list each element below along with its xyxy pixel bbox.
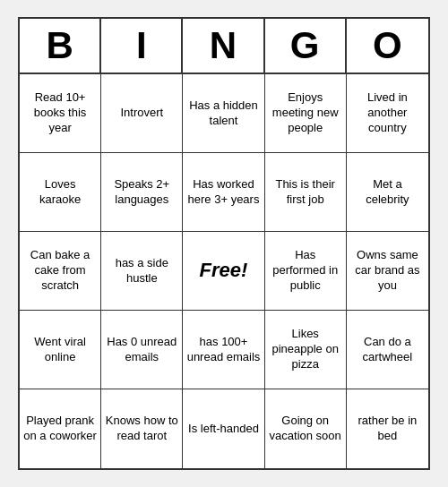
- header-letter-O: O: [347, 19, 428, 73]
- bingo-cell-11[interactable]: has a side hustle: [101, 232, 183, 311]
- bingo-cell-1[interactable]: Introvert: [101, 74, 183, 153]
- header-letter-N: N: [183, 19, 264, 73]
- header-letter-I: I: [101, 19, 183, 73]
- bingo-cell-24[interactable]: rather be in bed: [347, 389, 428, 468]
- bingo-cell-18[interactable]: Likes pineapple on pizza: [265, 311, 347, 389]
- bingo-cell-7[interactable]: Has worked here 3+ years: [183, 153, 264, 232]
- bingo-cell-19[interactable]: Can do a cartwheel: [347, 311, 428, 389]
- bingo-cell-4[interactable]: Lived in another country: [347, 74, 428, 153]
- bingo-cell-10[interactable]: Can bake a cake from scratch: [20, 232, 101, 311]
- bingo-cell-8[interactable]: This is their first job: [265, 153, 347, 232]
- bingo-cell-15[interactable]: Went viral online: [20, 311, 101, 389]
- bingo-cell-14[interactable]: Owns same car brand as you: [347, 232, 428, 311]
- bingo-cell-16[interactable]: Has 0 unread emails: [101, 311, 183, 389]
- bingo-cell-2[interactable]: Has a hidden talent: [183, 74, 264, 153]
- header-letter-G: G: [265, 19, 347, 73]
- bingo-cell-13[interactable]: Has performed in public: [265, 232, 347, 311]
- bingo-grid: Read 10+ books this yearIntrovertHas a h…: [20, 74, 428, 468]
- header-letter-B: B: [20, 19, 101, 73]
- bingo-cell-9[interactable]: Met a celebrity: [347, 153, 428, 232]
- bingo-cell-22[interactable]: Is left-handed: [183, 389, 264, 468]
- bingo-cell-20[interactable]: Played prank on a coworker: [20, 389, 101, 468]
- bingo-header: BINGO: [20, 19, 428, 74]
- bingo-cell-5[interactable]: Loves karaoke: [20, 153, 101, 232]
- bingo-cell-17[interactable]: has 100+ unread emails: [183, 311, 264, 389]
- bingo-cell-0[interactable]: Read 10+ books this year: [20, 74, 101, 153]
- bingo-cell-6[interactable]: Speaks 2+ languages: [101, 153, 183, 232]
- bingo-cell-23[interactable]: Going on vacation soon: [265, 389, 347, 468]
- bingo-cell-3[interactable]: Enjoys meeting new people: [265, 74, 347, 153]
- bingo-card: BINGO Read 10+ books this yearIntrovertH…: [18, 17, 430, 470]
- free-space[interactable]: Free!: [183, 232, 264, 311]
- bingo-cell-21[interactable]: Knows how to read tarot: [101, 389, 183, 468]
